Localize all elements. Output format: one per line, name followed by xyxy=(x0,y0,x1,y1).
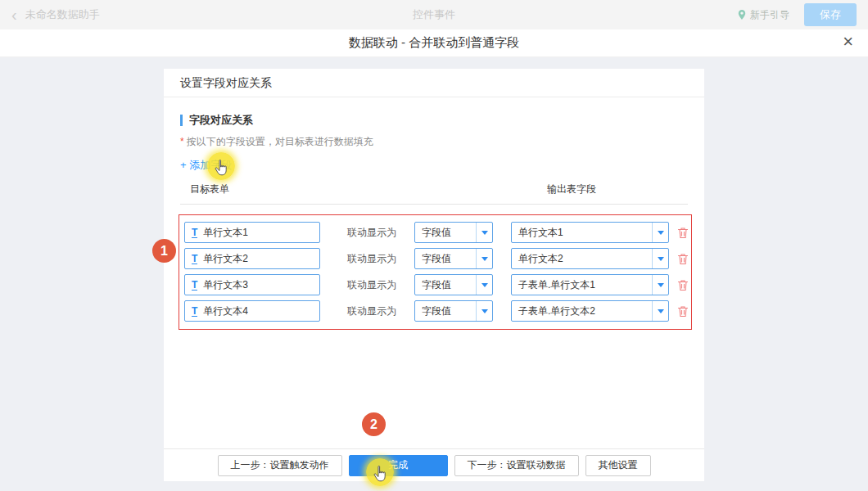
text-field-icon: T xyxy=(192,227,197,238)
required-mark: * xyxy=(180,136,184,147)
panel-body: 字段对应关系 *按以下的字段设置，对目标表进行数据填充 + 添加字段 目标表单 … xyxy=(164,97,704,330)
topbar: ‹ 未命名数据助手 控件事件 新手引导 保存 xyxy=(0,0,868,29)
chevron-down-icon xyxy=(652,275,668,295)
target-field-value: 单行文本3 xyxy=(203,278,248,292)
mode-select[interactable]: 字段值 xyxy=(414,222,493,243)
annotation-step-1-badge: 1 xyxy=(152,239,176,263)
next-step-button[interactable]: 下一步：设置联动数据 xyxy=(454,455,579,476)
close-icon[interactable]: × xyxy=(843,33,853,51)
save-button[interactable]: 保存 xyxy=(804,3,857,26)
guide-label: 新手引导 xyxy=(750,8,789,22)
chevron-down-icon xyxy=(476,275,492,295)
target-field-value: 单行文本2 xyxy=(203,252,248,266)
output-value: 单行文本1 xyxy=(512,226,652,240)
hand-cursor-icon xyxy=(373,466,387,482)
text-field-icon: T xyxy=(192,254,197,264)
cursor-highlight-add-field xyxy=(207,152,235,180)
hand-cursor-icon xyxy=(215,160,228,176)
chevron-down-icon xyxy=(476,249,492,268)
delete-row-icon[interactable] xyxy=(677,305,689,318)
middle-label: 联动显示为 xyxy=(347,278,398,292)
target-field-input[interactable]: T 单行文本2 xyxy=(184,248,320,269)
delete-row-icon[interactable] xyxy=(677,279,689,291)
middle-label: 联动显示为 xyxy=(347,252,398,266)
delete-row-icon[interactable] xyxy=(677,253,689,265)
text-field-icon: T xyxy=(192,306,197,317)
column-headers: 目标表单 输出表字段 xyxy=(180,182,688,205)
note-text: 按以下的字段设置，对目标表进行数据填充 xyxy=(187,136,373,147)
delete-row-icon[interactable] xyxy=(677,227,689,239)
chevron-down-icon xyxy=(652,301,668,321)
mode-select[interactable]: 字段值 xyxy=(414,274,493,295)
output-select[interactable]: 单行文本2 xyxy=(511,248,669,269)
cursor-highlight-finish xyxy=(366,458,394,486)
assistant-title: 未命名数据助手 xyxy=(25,7,100,22)
modal-title: 数据联动 - 合并联动到普通字段 xyxy=(349,35,519,51)
mode-value: 字段值 xyxy=(415,304,476,318)
output-value: 单行文本2 xyxy=(512,252,652,266)
mapping-row: T 单行文本3 联动显示为 字段值 子表单.单行文本1 xyxy=(184,274,691,295)
target-field-input[interactable]: T 单行文本1 xyxy=(184,222,320,243)
prev-step-button[interactable]: 上一步：设置触发动作 xyxy=(218,455,342,476)
middle-label: 联动显示为 xyxy=(347,304,398,318)
target-field-value: 单行文本1 xyxy=(203,226,248,240)
target-field-input[interactable]: T 单行文本3 xyxy=(184,274,320,295)
mode-value: 字段值 xyxy=(415,252,476,266)
target-field-value: 单行文本4 xyxy=(203,304,248,318)
mapping-row: T 单行文本1 联动显示为 字段值 单行文本1 xyxy=(184,222,691,243)
output-value: 子表单.单行文本1 xyxy=(512,278,652,292)
mapping-row: T 单行文本2 联动显示为 字段值 单行文本2 xyxy=(184,248,691,269)
output-select[interactable]: 子表单.单行文本2 xyxy=(511,300,669,322)
back-icon[interactable]: ‹ xyxy=(11,7,17,23)
chevron-down-icon xyxy=(652,249,668,268)
mode-value: 字段值 xyxy=(415,226,476,240)
output-select[interactable]: 子表单.单行文本1 xyxy=(511,274,669,295)
note: *按以下的字段设置，对目标表进行数据填充 xyxy=(180,135,688,149)
panel-footer: 上一步：设置触发动作 完成 下一步：设置联动数据 其他设置 xyxy=(164,448,704,481)
output-select[interactable]: 单行文本1 xyxy=(511,222,669,243)
target-field-input[interactable]: T 单行文本4 xyxy=(184,300,320,322)
panel-header: 设置字段对应关系 xyxy=(164,69,704,97)
column-output-fields: 输出表字段 xyxy=(547,182,596,196)
modal-header: 数据联动 - 合并联动到普通字段 × xyxy=(0,29,868,57)
guide-pin-icon xyxy=(737,9,747,20)
chevron-down-icon xyxy=(652,223,668,242)
other-settings-button[interactable]: 其他设置 xyxy=(585,455,651,476)
section-title: 字段对应关系 xyxy=(180,115,688,126)
guide-link[interactable]: 新手引导 xyxy=(737,8,789,22)
mode-select[interactable]: 字段值 xyxy=(414,248,493,269)
chevron-down-icon xyxy=(476,223,492,242)
middle-label: 联动显示为 xyxy=(347,226,398,240)
mode-value: 字段值 xyxy=(415,278,476,292)
mapping-row: T 单行文本4 联动显示为 字段值 子表单.单行文本2 xyxy=(184,300,691,322)
column-target-form: 目标表单 xyxy=(190,183,229,195)
mode-select[interactable]: 字段值 xyxy=(414,300,493,322)
chevron-down-icon xyxy=(476,301,492,321)
annotation-step-2-badge: 2 xyxy=(362,412,386,436)
output-value: 子表单.单行文本2 xyxy=(512,304,652,318)
field-mapping-panel: 设置字段对应关系 字段对应关系 *按以下的字段设置，对目标表进行数据填充 + 添… xyxy=(164,69,704,481)
finish-button[interactable]: 完成 xyxy=(349,455,448,476)
rows-highlight-box: T 单行文本1 联动显示为 字段值 单行文本1 T xyxy=(179,214,692,330)
text-field-icon: T xyxy=(192,280,197,291)
